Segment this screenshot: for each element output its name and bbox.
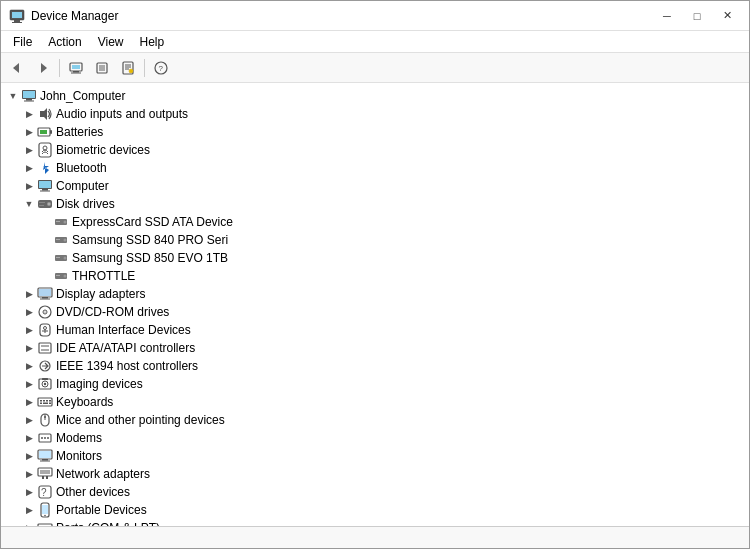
- toolbar-btn-2[interactable]: [90, 57, 114, 79]
- bluetooth-expander[interactable]: ▶: [21, 160, 37, 176]
- list-item[interactable]: ▶ Monitors: [1, 447, 749, 465]
- window-title: Device Manager: [31, 9, 118, 23]
- close-button[interactable]: ✕: [713, 6, 741, 26]
- menu-file[interactable]: File: [5, 33, 40, 51]
- list-item[interactable]: ▶ ExpressCard SSD ATA Device: [1, 213, 749, 231]
- root-expander[interactable]: ▼: [5, 88, 21, 104]
- list-item[interactable]: ▶ Computer: [1, 177, 749, 195]
- list-item[interactable]: ▶ THROTTLE: [1, 267, 749, 285]
- toolbar-btn-4[interactable]: ?: [149, 57, 173, 79]
- list-item[interactable]: ▶ IEEE 1394 host controllers: [1, 357, 749, 375]
- svg-rect-88: [42, 459, 48, 461]
- mice-expander[interactable]: ▶: [21, 412, 37, 428]
- list-item[interactable]: ▶ Audio inputs and outputs: [1, 105, 749, 123]
- monitors-expander[interactable]: ▶: [21, 448, 37, 464]
- svg-rect-3: [12, 22, 22, 23]
- maximize-button[interactable]: □: [683, 6, 711, 26]
- portable-expander[interactable]: ▶: [21, 502, 37, 518]
- list-item[interactable]: ▶ Keyboards: [1, 393, 749, 411]
- list-item[interactable]: ▶ Human Interface Devices: [1, 321, 749, 339]
- svg-rect-50: [56, 275, 60, 276]
- disk-drives-label: Disk drives: [56, 197, 115, 211]
- svg-rect-9: [71, 72, 81, 73]
- svg-rect-47: [56, 257, 60, 258]
- display-expander[interactable]: ▶: [21, 286, 37, 302]
- tree-root[interactable]: ▼ John_Computer: [1, 87, 749, 105]
- network-label: Network adapters: [56, 467, 150, 481]
- biometric-icon: [37, 142, 53, 158]
- list-item[interactable]: ▶ DVD/CD-ROM drives: [1, 303, 749, 321]
- list-item[interactable]: ▶ Biometric devices: [1, 141, 749, 159]
- ieee-expander[interactable]: ▶: [21, 358, 37, 374]
- back-button[interactable]: [5, 57, 29, 79]
- ide-expander[interactable]: ▶: [21, 340, 37, 356]
- device-tree[interactable]: ▼ John_Computer ▶: [1, 83, 749, 526]
- list-item[interactable]: ▶ Mice and other pointing devices: [1, 411, 749, 429]
- list-item[interactable]: ▼ Disk drives: [1, 195, 749, 213]
- ide-icon: [37, 340, 53, 356]
- menu-action[interactable]: Action: [40, 33, 89, 51]
- keyboards-expander[interactable]: ▶: [21, 394, 37, 410]
- computer-expander[interactable]: ▶: [21, 178, 37, 194]
- svg-rect-39: [39, 205, 44, 206]
- svg-point-42: [64, 221, 67, 224]
- svg-rect-92: [42, 476, 44, 479]
- svg-rect-76: [40, 403, 42, 405]
- svg-point-98: [44, 515, 46, 517]
- minimize-button[interactable]: ─: [653, 6, 681, 26]
- toolbar-btn-1[interactable]: [64, 57, 88, 79]
- audio-expander[interactable]: ▶: [21, 106, 37, 122]
- window-controls: ─ □ ✕: [653, 6, 741, 26]
- svg-point-37: [48, 203, 50, 205]
- list-item[interactable]: ▶ ? Other devices: [1, 483, 749, 501]
- biometric-expander[interactable]: ▶: [21, 142, 37, 158]
- list-item[interactable]: ▶ Imaging devices: [1, 375, 749, 393]
- disk-expander[interactable]: ▼: [21, 196, 37, 212]
- list-item[interactable]: ▶ Batteries: [1, 123, 749, 141]
- forward-button[interactable]: [31, 57, 55, 79]
- list-item[interactable]: ▶ IDE ATA/ATAPI controllers: [1, 339, 749, 357]
- monitors-icon: [37, 448, 53, 464]
- list-item[interactable]: ▶ Modems: [1, 429, 749, 447]
- other-label: Other devices: [56, 485, 130, 499]
- svg-text:?: ?: [159, 64, 164, 73]
- svg-rect-72: [40, 400, 42, 402]
- audio-label: Audio inputs and outputs: [56, 107, 188, 121]
- network-expander[interactable]: ▶: [21, 466, 37, 482]
- disk2-label: Samsung SSD 840 PRO Seri: [72, 233, 228, 247]
- list-item[interactable]: ▶ Ports (COM & LPT): [1, 519, 749, 526]
- disk1-label: ExpressCard SSD ATA Device: [72, 215, 233, 229]
- content-area: ▼ John_Computer ▶: [1, 83, 749, 526]
- svg-marker-25: [40, 108, 47, 120]
- list-item[interactable]: ▶ Network adapters: [1, 465, 749, 483]
- batteries-expander[interactable]: ▶: [21, 124, 37, 140]
- list-item[interactable]: ▶ Samsung SSD 840 PRO Seri: [1, 231, 749, 249]
- imaging-label: Imaging devices: [56, 377, 143, 391]
- menu-help[interactable]: Help: [132, 33, 173, 51]
- list-item[interactable]: ▶ Display adapters: [1, 285, 749, 303]
- bluetooth-icon: [37, 160, 53, 176]
- svg-rect-24: [24, 101, 34, 102]
- imaging-icon: [37, 376, 53, 392]
- svg-rect-7: [72, 65, 80, 69]
- list-item[interactable]: ▶ Portable Devices: [1, 501, 749, 519]
- list-item[interactable]: ▶ Samsung SSD 850 EVO 1TB: [1, 249, 749, 267]
- batteries-label: Batteries: [56, 125, 103, 139]
- mice-label: Mice and other pointing devices: [56, 413, 225, 427]
- dvd-expander[interactable]: ▶: [21, 304, 37, 320]
- toolbar-btn-3[interactable]: [116, 57, 140, 79]
- imaging-expander[interactable]: ▶: [21, 376, 37, 392]
- menu-view[interactable]: View: [90, 33, 132, 51]
- other-icon: ?: [37, 484, 53, 500]
- svg-point-60: [44, 327, 47, 330]
- device-icon: [69, 61, 83, 75]
- svg-rect-65: [41, 349, 49, 351]
- svg-point-45: [64, 239, 67, 242]
- hid-expander[interactable]: ▶: [21, 322, 37, 338]
- status-bar: [1, 526, 749, 548]
- modems-expander[interactable]: ▶: [21, 430, 37, 446]
- other-expander[interactable]: ▶: [21, 484, 37, 500]
- svg-marker-5: [41, 63, 47, 73]
- svg-rect-63: [39, 343, 51, 353]
- list-item[interactable]: ▶ Bluetooth: [1, 159, 749, 177]
